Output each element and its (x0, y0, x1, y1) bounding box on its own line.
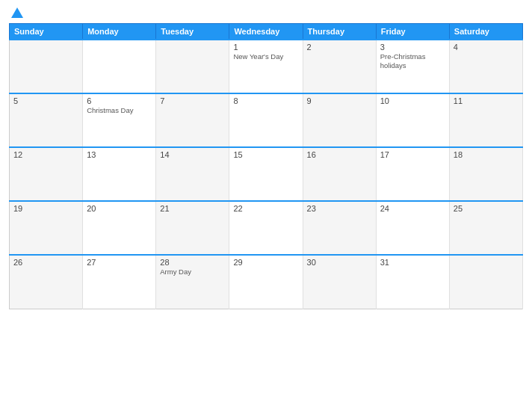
calendar-cell: 25 (449, 201, 522, 255)
calendar-cell: 16 (303, 147, 376, 201)
calendar-cell: 6Christmas Day (83, 93, 156, 147)
day-number: 10 (380, 96, 445, 105)
event-label: Pre-Christmas holidays (380, 52, 445, 71)
calendar-cell: 20 (83, 201, 156, 255)
weekday-header-monday: Monday (83, 24, 156, 40)
calendar-cell (10, 40, 83, 93)
day-number: 20 (87, 204, 152, 213)
day-number: 30 (307, 258, 372, 267)
day-number: 27 (87, 258, 152, 267)
calendar: SundayMondayTuesdayWednesdayThursdayFrid… (9, 23, 523, 309)
calendar-cell: 18 (449, 147, 522, 201)
day-number: 8 (233, 96, 298, 105)
day-number: 21 (160, 204, 225, 213)
weekday-header-friday: Friday (376, 24, 449, 40)
day-number: 18 (454, 150, 519, 159)
day-number: 15 (233, 150, 298, 159)
calendar-cell: 23 (303, 201, 376, 255)
calendar-cell: 14 (156, 147, 229, 201)
calendar-cell: 7 (156, 93, 229, 147)
calendar-cell: 19 (10, 201, 83, 255)
calendar-cell: 22 (229, 201, 303, 255)
day-number: 24 (380, 204, 445, 213)
calendar-cell (156, 40, 229, 93)
weekday-header-tuesday: Tuesday (156, 24, 229, 40)
day-number: 3 (380, 43, 445, 52)
calendar-cell: 10 (376, 93, 449, 147)
day-number: 6 (87, 96, 152, 105)
calendar-cell: 17 (376, 147, 449, 201)
logo (9, 7, 23, 19)
week-row-5: 262728Army Day293031 (10, 255, 523, 309)
calendar-cell: 4 (449, 40, 522, 93)
day-number: 11 (454, 96, 519, 105)
calendar-cell (449, 255, 522, 309)
calendar-cell: 5 (10, 93, 83, 147)
calendar-cell: 24 (376, 201, 449, 255)
header (9, 7, 523, 19)
day-number: 25 (454, 204, 519, 213)
week-row-1: 1New Year's Day23Pre-Christmas holidays4 (10, 40, 523, 93)
weekday-header-sunday: Sunday (10, 24, 83, 40)
day-number: 5 (13, 96, 78, 105)
day-number: 14 (160, 150, 225, 159)
calendar-cell: 2 (303, 40, 376, 93)
calendar-cell: 29 (229, 255, 303, 309)
calendar-cell: 15 (229, 147, 303, 201)
weekday-header-thursday: Thursday (303, 24, 376, 40)
calendar-cell: 21 (156, 201, 229, 255)
event-label: Christmas Day (87, 106, 152, 115)
week-row-2: 56Christmas Day7891011 (10, 93, 523, 147)
calendar-cell: 12 (10, 147, 83, 201)
weekday-header-wednesday: Wednesday (229, 24, 303, 40)
week-row-4: 19202122232425 (10, 201, 523, 255)
calendar-cell: 1New Year's Day (229, 40, 303, 93)
day-number: 13 (87, 150, 152, 159)
day-number: 1 (233, 43, 298, 52)
calendar-cell (83, 40, 156, 93)
day-number: 29 (233, 258, 298, 267)
day-number: 31 (380, 258, 445, 267)
day-number: 7 (160, 96, 225, 105)
weekday-header-saturday: Saturday (449, 24, 522, 40)
day-number: 2 (307, 43, 372, 52)
weekday-header-row: SundayMondayTuesdayWednesdayThursdayFrid… (10, 24, 523, 40)
calendar-cell: 30 (303, 255, 376, 309)
calendar-cell: 13 (83, 147, 156, 201)
calendar-cell: 27 (83, 255, 156, 309)
week-row-3: 12131415161718 (10, 147, 523, 201)
day-number: 17 (380, 150, 445, 159)
event-label: Army Day (160, 268, 225, 276)
calendar-cell: 26 (10, 255, 83, 309)
day-number: 16 (307, 150, 372, 159)
calendar-cell: 28Army Day (156, 255, 229, 309)
calendar-cell: 8 (229, 93, 303, 147)
day-number: 22 (233, 204, 298, 213)
day-number: 26 (13, 258, 78, 267)
day-number: 4 (454, 43, 519, 52)
calendar-body: 1New Year's Day23Pre-Christmas holidays4… (10, 40, 523, 309)
logo-triangle-icon (11, 7, 23, 18)
event-label: New Year's Day (233, 52, 298, 61)
calendar-cell: 3Pre-Christmas holidays (376, 40, 449, 93)
page: SundayMondayTuesdayWednesdayThursdayFrid… (0, 0, 532, 411)
day-number: 19 (13, 204, 78, 213)
calendar-cell: 31 (376, 255, 449, 309)
calendar-cell: 11 (449, 93, 522, 147)
day-number: 12 (13, 150, 78, 159)
day-number: 9 (307, 96, 372, 105)
calendar-cell: 9 (303, 93, 376, 147)
day-number: 23 (307, 204, 372, 213)
day-number: 28 (160, 258, 225, 267)
